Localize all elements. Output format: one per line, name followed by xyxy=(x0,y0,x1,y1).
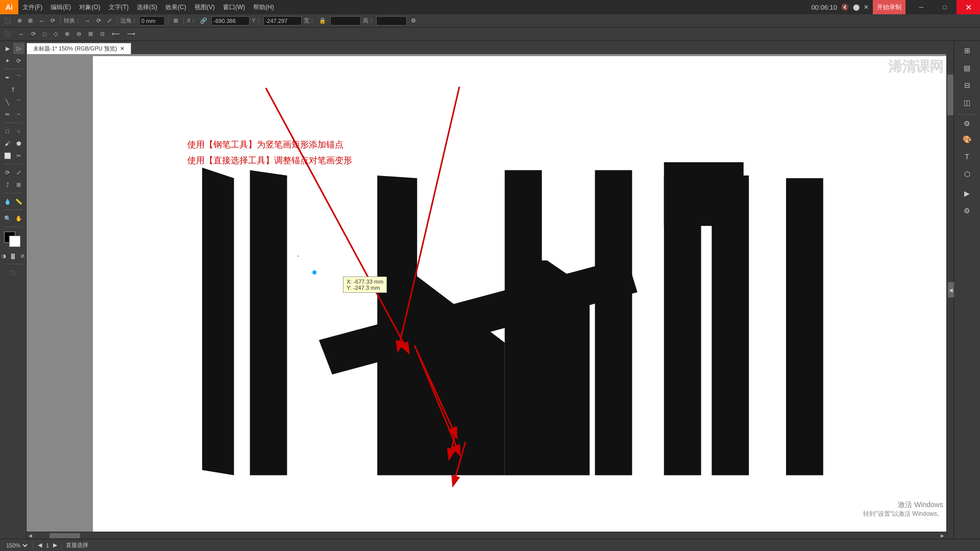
secondary-btn1[interactable]: ⬛ xyxy=(2,29,13,39)
tool-rect[interactable]: □ xyxy=(2,126,13,137)
secondary-btn6[interactable]: ⊕ xyxy=(63,29,71,39)
active-tab[interactable]: 未标题-1* 150% (RGB/GPU 预览) ✕ xyxy=(27,43,131,54)
tool-smooth[interactable]: ~ xyxy=(13,109,24,120)
menu-window[interactable]: 窗口(W) xyxy=(219,0,249,14)
tool-eyedropper[interactable]: 💧 xyxy=(2,196,13,207)
toolbar-icon4[interactable]: ↔ xyxy=(37,16,46,26)
menu-view[interactable]: 视图(V) xyxy=(190,0,219,14)
toolbar-icon5[interactable]: ⟳ xyxy=(48,16,57,26)
right-icon-layers[interactable]: 🎨 xyxy=(958,132,976,147)
tool-line[interactable]: ╲ xyxy=(2,96,13,108)
record-icon[interactable]: ⬤ xyxy=(853,4,860,11)
right-icon-2[interactable]: ▤ xyxy=(958,60,976,76)
prev-page-btn[interactable]: ◀ xyxy=(38,542,42,548)
corner-input[interactable] xyxy=(139,16,165,26)
secondary-btn4[interactable]: □ xyxy=(41,29,48,39)
horizontal-scrollbar[interactable]: ◀ ▶ xyxy=(27,532,946,539)
stroke-color-swatch[interactable] xyxy=(9,236,20,247)
secondary-btn10[interactable]: ⟵ xyxy=(110,29,122,39)
menu-text[interactable]: 文字(T) xyxy=(105,0,133,14)
tool-warp[interactable]: ⤴ xyxy=(2,179,13,190)
color-mode-icon[interactable]: ◑ xyxy=(0,250,8,261)
secondary-btn9[interactable]: ⊙ xyxy=(98,29,107,39)
right-icon-3[interactable]: ⊟ xyxy=(958,78,976,93)
menu-bar: 文件(F) 编辑(E) 对象(O) 文字(T) 选择(S) 效果(C) 视图(V… xyxy=(18,0,278,14)
right-icon-1[interactable]: ⊞ xyxy=(958,43,976,58)
minimize-button[interactable]: ─ xyxy=(910,0,933,14)
tool-measure[interactable]: 📏 xyxy=(13,196,24,207)
tool-zoom[interactable]: 🔍 xyxy=(2,213,13,224)
tool-text[interactable]: T xyxy=(2,84,24,95)
close-button[interactable]: ✕ xyxy=(957,0,980,14)
menu-file[interactable]: 文件(F) xyxy=(18,0,46,14)
gradient-icon[interactable]: ▓ xyxy=(9,250,17,261)
secondary-btn8[interactable]: ⊞ xyxy=(86,29,95,39)
right-icon-5[interactable]: ⚙ xyxy=(958,114,976,130)
x-lock-icon[interactable]: 🔗 xyxy=(198,16,209,26)
tool-select[interactable]: ▶ xyxy=(2,43,13,54)
h-value-input[interactable] xyxy=(376,16,407,26)
menu-help[interactable]: 帮助(H) xyxy=(249,0,278,14)
secondary-btn11[interactable]: ⟶ xyxy=(125,29,137,39)
right-icon-text[interactable]: T xyxy=(958,149,976,164)
tab-close-icon[interactable]: ✕ xyxy=(120,45,125,52)
align-icon[interactable]: ⊞ xyxy=(172,16,180,26)
secondary-btn5[interactable]: ◇ xyxy=(52,29,60,39)
scroll-right-btn[interactable]: ▶ xyxy=(939,533,946,538)
w-value-input[interactable] xyxy=(330,16,361,26)
toolbar-icon3[interactable]: ⊞ xyxy=(26,16,35,26)
toolbar-sep3 xyxy=(168,17,168,25)
next-page-btn[interactable]: ▶ xyxy=(53,542,57,548)
y-value-input[interactable] xyxy=(263,16,302,26)
tool-rotate[interactable]: ⟳ xyxy=(2,167,13,178)
right-icon-play[interactable]: ▶ xyxy=(958,186,976,201)
more-options-btn[interactable]: ⚙ xyxy=(409,16,418,26)
tool-eraser[interactable]: ⬜ xyxy=(2,150,13,161)
secondary-btn3[interactable]: ⟳ xyxy=(29,29,38,39)
scroll-left-btn[interactable]: ◀ xyxy=(27,533,34,538)
none-icon[interactable]: ⊘ xyxy=(18,250,27,261)
scroll-thumb-horizontal[interactable] xyxy=(50,533,80,538)
tool-direct-select[interactable]: ▷ xyxy=(13,43,24,54)
tool-arc[interactable]: ⌒ xyxy=(13,96,24,108)
transform-rotate-icon[interactable]: ⟳ xyxy=(94,16,103,26)
w-lock-icon[interactable]: 🔒 xyxy=(317,16,328,26)
maximize-button[interactable]: □ xyxy=(933,0,957,14)
tool-pencil[interactable]: ✏ xyxy=(2,109,13,120)
tool-hand[interactable]: ✋ xyxy=(13,213,24,224)
tool-ellipse[interactable]: ○ xyxy=(13,126,24,137)
zoom-select[interactable]: 150% xyxy=(4,541,29,550)
start-btn[interactable]: 开始录制 xyxy=(873,0,905,14)
right-icon-settings[interactable]: ⚙ xyxy=(958,203,976,218)
settings-icon[interactable]: ✕ xyxy=(864,4,869,11)
x-value-input[interactable] xyxy=(211,16,250,26)
transform-scale-icon[interactable]: ⤢ xyxy=(105,16,114,26)
toolbar-icon1[interactable]: ⬛ xyxy=(2,16,13,26)
app-logo: Ai xyxy=(0,0,18,14)
speaker-icon[interactable]: 🔇 xyxy=(841,4,849,11)
tool-blob[interactable]: ⬟ xyxy=(13,138,24,149)
tool-pen[interactable]: ✒ xyxy=(2,72,13,83)
menu-object[interactable]: 对象(O) xyxy=(75,0,104,14)
right-icon-symbols[interactable]: ⬡ xyxy=(958,166,976,182)
menu-edit[interactable]: 编辑(E) xyxy=(46,0,75,14)
menu-select[interactable]: 选择(S) xyxy=(133,0,161,14)
artboard-tool[interactable]: ⬛ xyxy=(2,267,24,278)
tool-scale[interactable]: ⤢ xyxy=(13,167,24,178)
secondary-btn7[interactable]: ⊖ xyxy=(75,29,83,39)
right-icon-4[interactable]: ◫ xyxy=(958,95,976,110)
menu-effect[interactable]: 效果(C) xyxy=(161,0,190,14)
transform-x-icon[interactable]: ↔ xyxy=(83,16,92,26)
toolbar-icon2[interactable]: ⊕ xyxy=(15,16,24,26)
selection-handle[interactable] xyxy=(297,255,299,257)
tool-free-transform[interactable]: ⊞ xyxy=(13,179,24,190)
secondary-btn2[interactable]: ↔ xyxy=(16,29,26,39)
right-panel-expand[interactable]: ◀ xyxy=(948,282,954,297)
tool-curvature[interactable]: ⌒ xyxy=(13,72,24,83)
tool-scissors[interactable]: ✂ xyxy=(13,150,24,161)
annotation-line-1: 使用【钢笔工具】为竖笔画矩形添加锚点 xyxy=(187,138,352,152)
tool-magic-wand[interactable]: ✦ xyxy=(2,55,13,66)
scroll-thumb-vertical[interactable] xyxy=(947,74,953,115)
tool-brush[interactable]: 🖌 xyxy=(2,138,13,149)
tool-lasso[interactable]: ⟳ xyxy=(13,55,24,66)
